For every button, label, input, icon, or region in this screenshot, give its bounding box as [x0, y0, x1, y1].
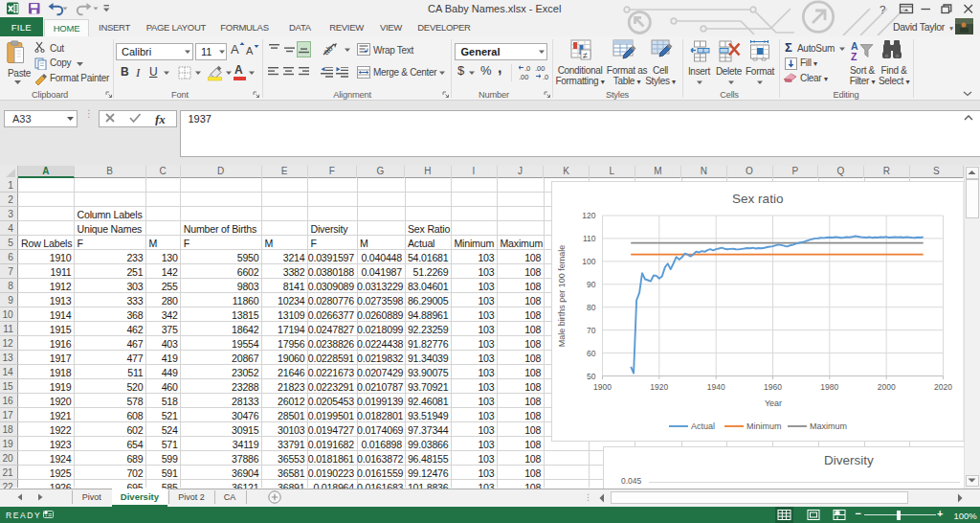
svg-text:fx: fx [155, 112, 166, 125]
svg-text:Male births per 100 female: Male births per 100 female [557, 245, 567, 348]
svg-text:2020: 2020 [934, 382, 952, 392]
svg-text:?: ? [880, 4, 885, 15]
svg-text:2000: 2000 [877, 382, 895, 392]
svg-text:≠: ≠ [583, 51, 588, 60]
svg-text:Minimum: Minimum [746, 421, 782, 431]
svg-text:1920: 1920 [650, 382, 668, 392]
svg-text:Z: Z [851, 51, 858, 62]
svg-text:A: A [851, 40, 858, 52]
svg-text:50: 50 [587, 372, 596, 381]
svg-text:100: 100 [582, 257, 595, 266]
svg-text:1960: 1960 [764, 382, 782, 392]
svg-text:Sex ratio: Sex ratio [732, 192, 783, 206]
svg-text:Year: Year [764, 398, 781, 408]
svg-text:90: 90 [587, 280, 596, 289]
svg-text:110: 110 [582, 234, 595, 243]
svg-text:1980: 1980 [820, 382, 838, 392]
svg-text:1900: 1900 [593, 382, 612, 392]
svg-text:60: 60 [587, 349, 596, 358]
svg-text:80: 80 [587, 303, 596, 312]
svg-text:1940: 1940 [706, 382, 724, 392]
svg-text:Maximum: Maximum [810, 421, 847, 431]
svg-text:70: 70 [587, 326, 596, 335]
svg-text:Actual: Actual [691, 421, 715, 431]
svg-text:120: 120 [582, 211, 595, 220]
